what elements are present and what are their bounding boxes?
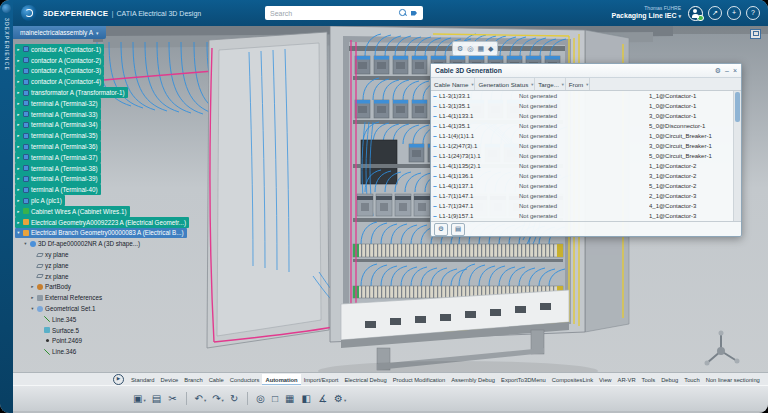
tree-expander[interactable]: ▸ bbox=[16, 220, 21, 225]
ribbon-tab[interactable]: Touch bbox=[681, 374, 702, 386]
tree-item[interactable]: zx plane bbox=[29, 271, 71, 282]
column-header[interactable]: Generation Status ▼ bbox=[475, 78, 535, 90]
column-header[interactable]: Targe... ▼ bbox=[535, 78, 566, 90]
filter-icon[interactable]: ▼ bbox=[561, 82, 565, 87]
view-compass-triad[interactable] bbox=[698, 326, 744, 372]
restore-panel-icon[interactable] bbox=[750, 29, 761, 39]
column-header[interactable]: Cable Name ▼ bbox=[431, 78, 475, 90]
tree-item[interactable]: ▾ Electrical Branch Geometry00000083 A (… bbox=[15, 228, 187, 239]
tree-item[interactable]: ▸ terminal A (Terminal-39) bbox=[15, 174, 101, 185]
filter-icon[interactable]: ▼ bbox=[530, 82, 534, 87]
ribbon-tab[interactable]: Electrical Debug bbox=[341, 374, 389, 386]
workspace-selector[interactable]: Packaging Line IEC ▾ bbox=[612, 12, 681, 20]
tree-expander[interactable]: ▸ bbox=[16, 58, 21, 63]
column-header[interactable]: From ▼ bbox=[566, 78, 590, 90]
tree-item[interactable]: ▸ terminal A (Terminal-34) bbox=[15, 120, 101, 131]
tree-item[interactable]: ▸ terminal A (Terminal-33) bbox=[15, 109, 101, 120]
tree-item[interactable]: yz plane bbox=[29, 260, 71, 271]
section-icon[interactable]: ◧ bbox=[302, 394, 312, 404]
tree-item[interactable]: ▸ transformator A (Transformator-1) bbox=[15, 87, 128, 98]
tree-item[interactable]: ▸ terminal A (Terminal-37) bbox=[15, 152, 101, 163]
L1-4(1)133.1[interactable]: ~ L1-4(1)133.1 Not generated 3_0@Contact… bbox=[431, 111, 741, 121]
tree-item[interactable]: xy plane bbox=[29, 249, 71, 260]
undo-icon[interactable]: ↶ ▾ bbox=[195, 394, 207, 404]
tree-expander[interactable]: ▸ bbox=[16, 47, 21, 52]
tree-item[interactable]: ▸ terminal A (Terminal-38) bbox=[15, 163, 101, 174]
L1-4(1)137.1[interactable]: ~ L1-4(1)137.1 Not generated 5_1@Contact… bbox=[431, 181, 741, 191]
tree-item[interactable]: ▸ contactor A (Contactor-4) bbox=[15, 76, 104, 87]
tree-expander[interactable]: ▸ bbox=[16, 90, 21, 95]
minimize-icon[interactable]: – bbox=[725, 67, 729, 75]
L1-4(1)136.1[interactable]: ~ L1-4(1)136.1 Not generated 3_1@Contact… bbox=[431, 171, 741, 181]
cut-icon[interactable]: ✂ bbox=[168, 394, 177, 404]
tree-expander[interactable]: ▾ bbox=[16, 230, 21, 235]
tree-expander[interactable]: ▸ bbox=[30, 284, 35, 289]
ribbon-tab[interactable]: CompositesLink bbox=[549, 374, 596, 386]
close-icon[interactable]: × bbox=[733, 67, 737, 75]
ribbon-tab[interactable]: Assembly Debug bbox=[448, 374, 498, 386]
target-icon[interactable]: ◎ bbox=[467, 45, 473, 53]
ribbon-tab[interactable]: Non linear sectioning bbox=[703, 374, 763, 386]
ribbon-tab[interactable]: ExportTo3DMenu bbox=[498, 374, 549, 386]
tree-expander[interactable]: ▸ bbox=[16, 79, 21, 84]
tree-expander[interactable]: ▾ bbox=[30, 306, 35, 311]
share-icon[interactable]: ↗ bbox=[708, 6, 722, 20]
generate-cables-button[interactable]: ⚙ bbox=[434, 223, 448, 236]
tree-item[interactable]: ▸ terminal A (Terminal-40) bbox=[15, 184, 101, 195]
tree-item[interactable]: ▸ contactor A (Contactor-2) bbox=[15, 55, 104, 66]
tree-item[interactable]: Surface.5 bbox=[36, 325, 82, 336]
tree-expander[interactable]: ▸ bbox=[16, 133, 21, 138]
ribbon-tab[interactable]: Tools bbox=[639, 374, 659, 386]
L1-1(24)73(1).1[interactable]: ~ L1-1(24)73(1).1 Not generated 5_0@Circ… bbox=[431, 151, 741, 161]
user-block[interactable]: Thomas FUHRE Packaging Line IEC ▾ bbox=[612, 6, 681, 19]
tree-expander[interactable]: ▸ bbox=[16, 155, 21, 160]
L1-7(1)347.1[interactable]: ~ L1-7(1)347.1 Not generated 4_1@Contact… bbox=[431, 201, 741, 211]
tree-item[interactable]: ▸ External References bbox=[29, 292, 105, 303]
tree-item[interactable]: ▸ contactor A (Contactor-1) bbox=[15, 44, 104, 55]
ribbon-tab[interactable]: Conductors bbox=[227, 374, 263, 386]
redo-icon[interactable]: ↷ ▾ bbox=[212, 394, 224, 404]
grid-icon[interactable]: ▦ bbox=[477, 45, 484, 53]
view-fit-icon[interactable]: ◎ bbox=[256, 394, 266, 404]
tree-item[interactable]: ▸ PartBody bbox=[29, 282, 74, 293]
tree-item[interactable]: ▾ 3D Df-ape000002NR A (3D shape...) bbox=[22, 238, 143, 249]
panel-scrollbar[interactable] bbox=[733, 91, 741, 221]
ribbon-tab[interactable]: Device bbox=[158, 374, 182, 386]
tree-expander[interactable]: ▸ bbox=[16, 209, 21, 214]
paste-icon[interactable]: ▣ ▾ bbox=[133, 394, 146, 404]
tree-item[interactable]: ▾ Geometrical Set.1 bbox=[29, 303, 98, 314]
update-icon[interactable]: ↻ bbox=[230, 394, 239, 404]
tree-item[interactable]: ▸ Cabinet Wires A (Cabinet Wires.1) bbox=[15, 206, 130, 217]
pin-icon[interactable]: ◆ bbox=[488, 45, 493, 53]
ribbon-tab[interactable]: View bbox=[596, 374, 614, 386]
separator[interactable] bbox=[186, 392, 187, 405]
measure-icon[interactable]: ∡ bbox=[318, 394, 328, 404]
ribbon-tab[interactable]: Standard bbox=[128, 374, 158, 386]
tree-item[interactable]: ▸ contactor A (Contactor-3) bbox=[15, 66, 104, 77]
ribbon-tab[interactable]: AR-VR bbox=[615, 374, 639, 386]
L1-1(4)(1)1.1[interactable]: ~ L1-1(4)(1)1.1 Not generated 1_0@Circui… bbox=[431, 131, 741, 141]
separator[interactable] bbox=[247, 392, 248, 405]
frame-icon[interactable]: □ bbox=[272, 394, 279, 404]
vr-compass-icon[interactable]: ▶ bbox=[113, 374, 124, 385]
global-search[interactable] bbox=[265, 6, 423, 20]
tree-expander[interactable]: ▸ bbox=[16, 144, 21, 149]
tree-item[interactable]: Point.2469 bbox=[36, 336, 85, 347]
help-icon[interactable]: ? bbox=[746, 6, 760, 20]
panel-title-bar[interactable]: Cable 3D Generation ⚙–× bbox=[431, 64, 741, 78]
ribbon-tab[interactable]: Branch bbox=[181, 374, 205, 386]
L1-4(1)135(2).1[interactable]: ~ L1-4(1)135(2).1 Not generated 1_1@Cont… bbox=[431, 161, 741, 171]
tree-item[interactable]: ▸ terminal A (Terminal-36) bbox=[15, 141, 101, 152]
tree-expander[interactable]: ▾ bbox=[23, 241, 28, 246]
settings-gear-icon[interactable]: ⚙ bbox=[457, 45, 463, 53]
tree-item[interactable]: ▸ terminal A (Terminal-32) bbox=[15, 98, 101, 109]
document-tab[interactable]: mainelectricalassembly A ▾ bbox=[13, 26, 106, 39]
tree-expander[interactable]: ▸ bbox=[16, 198, 21, 203]
scrollbar-thumb[interactable] bbox=[735, 92, 740, 122]
tree-item[interactable]: Line.346 bbox=[36, 346, 79, 357]
L1-1(9)157.1[interactable]: ~ L1-1(9)157.1 Not generated 1_1@Contact… bbox=[431, 211, 741, 221]
L1-1(2)47(3).1[interactable]: ~ L1-1(2)47(3).1 Not generated 3_0@Circu… bbox=[431, 141, 741, 151]
grid-icon[interactable]: ▦ bbox=[285, 394, 295, 404]
filter-icon[interactable]: ▼ bbox=[585, 82, 589, 87]
cable-report-button[interactable]: ▤ bbox=[451, 223, 465, 236]
